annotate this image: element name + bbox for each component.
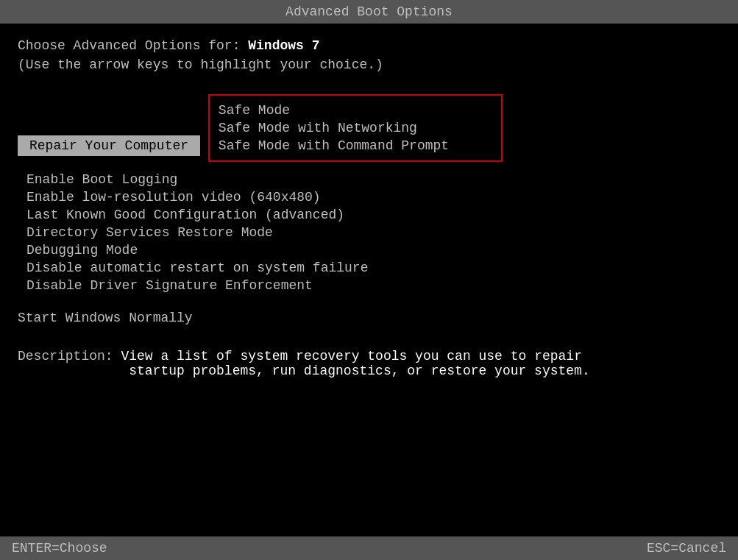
- enable-low-res-item[interactable]: Enable low-resolution video (640x480): [26, 188, 720, 206]
- description-text-line1: View a list of system recovery tools you…: [121, 349, 582, 364]
- os-name: Windows 7: [248, 38, 319, 53]
- start-windows-normally-item[interactable]: Start Windows Normally: [18, 309, 720, 327]
- use-arrow-line: (Use the arrow keys to highlight your ch…: [18, 57, 720, 72]
- description-line1: Description: View a list of system recov…: [18, 349, 720, 364]
- description-text-line2: startup problems, run diagnostics, or re…: [129, 364, 590, 378]
- esc-cancel-label: ESC=Cancel: [647, 541, 726, 556]
- safe-mode-command-prompt-item[interactable]: Safe Mode with Command Prompt: [219, 137, 492, 155]
- safe-mode-networking-item[interactable]: Safe Mode with Networking: [219, 119, 492, 137]
- description-line2: startup problems, run diagnostics, or re…: [18, 364, 720, 378]
- bottom-bar: ENTER=Choose ESC=Cancel: [0, 536, 738, 560]
- main-content: Choose Advanced Options for: Windows 7 (…: [0, 24, 738, 536]
- title-text: Advanced Boot Options: [285, 4, 453, 19]
- disable-driver-sig-item[interactable]: Disable Driver Signature Enforcement: [26, 277, 720, 294]
- disable-auto-restart-item[interactable]: Disable automatic restart on system fail…: [26, 259, 720, 277]
- title-bar: Advanced Boot Options: [0, 0, 738, 24]
- enable-boot-logging-item[interactable]: Enable Boot Logging: [26, 171, 720, 188]
- repair-your-computer-button[interactable]: Repair Your Computer: [18, 135, 200, 156]
- description-area: Description: View a list of system recov…: [18, 349, 720, 378]
- use-arrow-text: (Use the arrow keys to highlight your ch…: [18, 57, 383, 72]
- debugging-mode-item[interactable]: Debugging Mode: [26, 241, 720, 259]
- last-known-good-item[interactable]: Last Known Good Configuration (advanced): [26, 206, 720, 224]
- choose-prefix: Choose Advanced Options for:: [18, 38, 248, 53]
- choose-line: Choose Advanced Options for: Windows 7: [18, 38, 720, 53]
- description-label: Description:: [18, 349, 121, 364]
- directory-services-item[interactable]: Directory Services Restore Mode: [26, 224, 720, 241]
- safe-mode-item[interactable]: Safe Mode: [219, 102, 492, 119]
- other-menu-items: Enable Boot Logging Enable low-resolutio…: [26, 171, 720, 294]
- safe-mode-box: Safe Mode Safe Mode with Networking Safe…: [208, 94, 503, 162]
- enter-choose-label: ENTER=Choose: [12, 541, 107, 556]
- repair-button-label: Repair Your Computer: [29, 138, 188, 153]
